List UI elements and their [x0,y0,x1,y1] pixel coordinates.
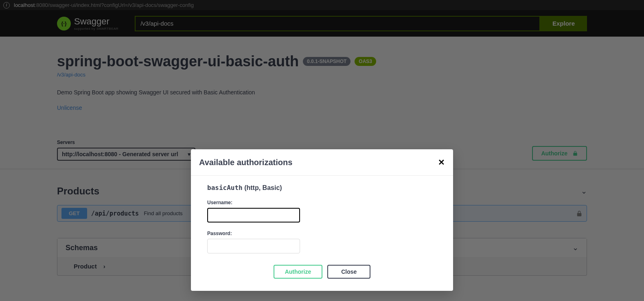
modal-actions: Authorize Close [207,265,437,279]
modal-body: basicAuth (http, Basic) Username: Passwo… [191,176,453,291]
close-icon[interactable]: ✕ [438,157,445,167]
username-input[interactable] [207,208,300,222]
password-input[interactable] [207,239,300,253]
password-label: Password: [207,231,437,236]
auth-scheme-name: basicAuth [207,184,243,192]
modal-title: Available authorizations [199,158,292,167]
modal-authorize-button[interactable]: Authorize [274,265,323,279]
auth-scheme-type: (http, Basic) [244,184,282,191]
modal-header: Available authorizations ✕ [191,149,453,176]
username-label: Username: [207,200,437,205]
modal-close-button[interactable]: Close [327,265,370,279]
authorization-modal: Available authorizations ✕ basicAuth (ht… [191,149,453,291]
